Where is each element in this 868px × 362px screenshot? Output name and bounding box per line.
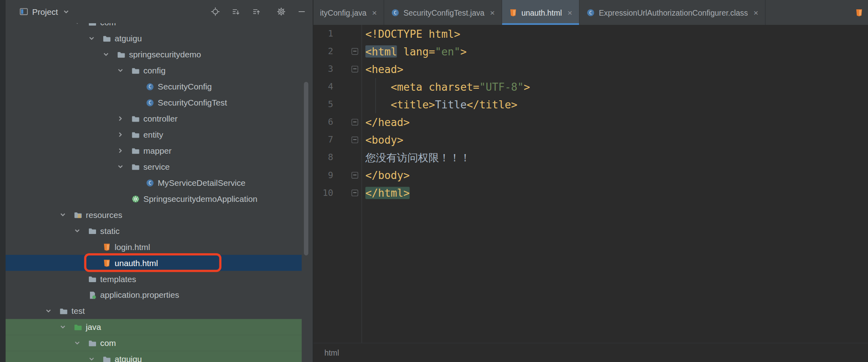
chevron-down-icon[interactable]: [58, 212, 74, 218]
chevron-right-icon[interactable]: [116, 116, 131, 122]
resources-icon: [74, 210, 82, 219]
tree-item-springsecuritydemoapplication[interactable]: SpringsecuritydemoApplication: [6, 191, 302, 207]
tab-label: ExpressionUrlAuthorizationConfigurer.cla…: [599, 8, 748, 17]
tree-item-label: mapper: [143, 146, 172, 155]
code-line-content[interactable]: <html lang="en">: [362, 43, 467, 60]
folder-icon: [59, 307, 68, 315]
tab-securityconfigtest-java[interactable]: CSecurityConfigTest.java×: [384, 0, 502, 25]
tree-item-securityconfigtest[interactable]: CSecurityConfigTest: [6, 95, 302, 111]
chevron-down-icon[interactable]: [63, 8, 69, 14]
fold-marker-icon[interactable]: [352, 172, 358, 179]
chevron-right-icon[interactable]: [116, 148, 131, 154]
folder-green-icon: [74, 323, 82, 331]
fold-gutter: [333, 131, 361, 148]
tree-item-atguigu[interactable]: atguigu: [6, 351, 302, 362]
tree-item-config[interactable]: config: [6, 63, 302, 79]
tab-ityconfig-java[interactable]: ityConfig.java×: [313, 0, 384, 25]
tree-item-label: templates: [100, 274, 136, 283]
code-line: 7<body>: [313, 131, 868, 148]
expand-all-icon[interactable]: [231, 7, 240, 16]
close-icon[interactable]: ×: [372, 8, 377, 17]
tree-item-static[interactable]: static: [6, 223, 302, 239]
tree-item-unauth-html[interactable]: unauth.html: [6, 255, 302, 271]
tree-item-springsecuritydemo[interactable]: springsecuritydemo: [6, 47, 302, 63]
project-tool-window-icon: [19, 7, 28, 16]
tree-item-controller[interactable]: controller: [6, 111, 302, 127]
line-number: 6: [313, 113, 334, 131]
tab-expressionurlauthorizationconfigurer-class[interactable]: CExpressionUrlAuthorizationConfigurer.cl…: [579, 0, 766, 25]
close-icon[interactable]: ×: [490, 8, 495, 17]
chevron-down-icon[interactable]: [58, 324, 74, 330]
code-line-content[interactable]: </head>: [362, 113, 410, 131]
code-line: 3<head>: [313, 60, 868, 78]
ide-window: Project comatguiguspringsecuritydemoconf…: [0, 0, 868, 362]
hide-icon[interactable]: [297, 7, 306, 16]
chevron-down-icon[interactable]: [72, 340, 88, 346]
tree-item-securityconfig[interactable]: CSecurityConfig: [6, 79, 302, 95]
code-line-content[interactable]: <body>: [362, 131, 403, 148]
code-editor[interactable]: 1<!DOCTYPE html>2<html lang="en">3<head>…: [313, 25, 868, 343]
tree-item-service[interactable]: service: [6, 159, 302, 175]
locate-icon[interactable]: [211, 7, 220, 16]
tree-item-com[interactable]: com: [6, 335, 302, 351]
spring-icon: [131, 194, 140, 203]
code-line-content[interactable]: <head>: [362, 60, 403, 78]
tree-item-mapper[interactable]: mapper: [6, 142, 302, 159]
tree-item-login-html[interactable]: login.html: [6, 239, 302, 255]
code-line-content[interactable]: <!DOCTYPE html>: [362, 25, 461, 43]
fold-marker-icon[interactable]: [352, 189, 358, 196]
project-panel-title[interactable]: Project: [32, 7, 58, 16]
settings-icon[interactable]: [277, 7, 286, 16]
svg-text:C: C: [149, 180, 151, 185]
folder-icon: [131, 162, 140, 171]
panel-divider[interactable]: [313, 0, 313, 362]
chevron-down-icon[interactable]: [44, 308, 59, 314]
chevron-down-icon[interactable]: [101, 51, 117, 57]
tree-item-templates[interactable]: templates: [6, 271, 302, 287]
project-panel-header: Project: [6, 0, 313, 23]
project-panel: Project comatguiguspringsecuritydemoconf…: [6, 0, 313, 362]
line-number: 5: [313, 96, 334, 113]
tree-item-label: java: [86, 322, 101, 331]
code-line-content[interactable]: <meta charset="UTF-8">: [362, 78, 530, 96]
html-icon[interactable]: [855, 8, 864, 17]
tree-item-application-properties[interactable]: application.properties: [6, 287, 302, 303]
chevron-right-icon[interactable]: [116, 132, 131, 138]
fold-marker-icon[interactable]: [352, 66, 358, 73]
tree-item-label: resources: [86, 210, 123, 219]
fold-gutter: [333, 78, 361, 96]
tree-item-java[interactable]: java: [6, 319, 302, 335]
folder-icon: [88, 339, 97, 348]
tree-item-label: unauth.html: [115, 258, 158, 267]
tree-item-test[interactable]: test: [6, 303, 302, 319]
code-line-content[interactable]: 您没有访问权限！！！: [362, 149, 471, 167]
tool-window-stripe[interactable]: [0, 0, 6, 362]
breadcrumb-html[interactable]: html: [324, 348, 339, 357]
folder-icon: [102, 355, 111, 362]
fold-marker-icon[interactable]: [352, 136, 358, 143]
chevron-down-icon[interactable]: [87, 35, 102, 41]
scrollbar[interactable]: [304, 82, 308, 256]
code-line-content[interactable]: </html>: [362, 184, 410, 202]
code-line-content[interactable]: <title>Title</title>: [362, 96, 518, 113]
fold-marker-icon[interactable]: [352, 119, 358, 126]
code-line: 9</body>: [313, 167, 868, 184]
class-icon: C: [586, 8, 595, 17]
chevron-down-icon[interactable]: [87, 356, 102, 362]
chevron-down-icon[interactable]: [116, 67, 131, 73]
close-icon[interactable]: ×: [567, 8, 572, 17]
collapse-all-icon[interactable]: [252, 7, 261, 16]
tree-item-entity[interactable]: entity: [6, 126, 302, 142]
tab-unauth-html[interactable]: unauth.html×: [502, 0, 579, 25]
line-number: 7: [313, 131, 334, 148]
tree-item-atguigu[interactable]: atguigu: [6, 31, 302, 47]
close-icon[interactable]: ×: [753, 8, 758, 17]
chevron-down-icon[interactable]: [116, 164, 131, 170]
line-number: 3: [313, 60, 334, 78]
fold-marker-icon[interactable]: [352, 48, 358, 55]
chevron-down-icon[interactable]: [72, 228, 88, 234]
code-line-content[interactable]: </body>: [362, 167, 410, 184]
tab-label: unauth.html: [521, 8, 562, 17]
tree-item-myservicedetailservice[interactable]: CMyServiceDetailService: [6, 175, 302, 191]
tree-item-resources[interactable]: resources: [6, 207, 302, 223]
